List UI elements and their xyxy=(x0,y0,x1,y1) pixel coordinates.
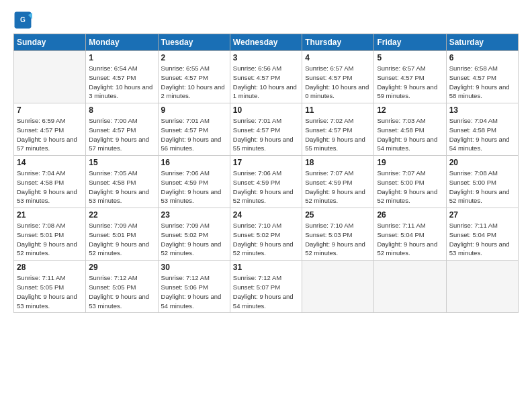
day-number: 26 xyxy=(377,210,443,220)
day-header-sunday: Sunday xyxy=(14,34,86,51)
calendar-cell: 24Sunrise: 7:10 AM Sunset: 5:02 PM Dayli… xyxy=(230,208,302,261)
day-number: 20 xyxy=(449,158,515,167)
calendar-cell: 20Sunrise: 7:08 AM Sunset: 5:00 PM Dayli… xyxy=(446,156,518,208)
day-info: Sunrise: 7:11 AM Sunset: 5:04 PM Dayligh… xyxy=(377,221,443,258)
calendar-cell xyxy=(374,261,446,313)
calendar-cell: 11Sunrise: 7:02 AM Sunset: 4:57 PM Dayli… xyxy=(302,103,374,156)
calendar-week-2: 14Sunrise: 7:04 AM Sunset: 4:58 PM Dayli… xyxy=(14,156,519,208)
calendar-cell: 8Sunrise: 7:00 AM Sunset: 4:57 PM Daylig… xyxy=(86,103,158,156)
calendar-cell: 14Sunrise: 7:04 AM Sunset: 4:58 PM Dayli… xyxy=(14,156,86,208)
day-info: Sunrise: 7:12 AM Sunset: 5:05 PM Dayligh… xyxy=(89,273,154,310)
day-info: Sunrise: 7:08 AM Sunset: 5:01 PM Dayligh… xyxy=(17,221,83,258)
day-number: 13 xyxy=(449,105,515,115)
day-info: Sunrise: 7:04 AM Sunset: 4:58 PM Dayligh… xyxy=(17,169,83,205)
day-info: Sunrise: 7:06 AM Sunset: 4:59 PM Dayligh… xyxy=(233,169,299,205)
day-number: 27 xyxy=(449,210,515,220)
calendar-header-row: SundayMondayTuesdayWednesdayThursdayFrid… xyxy=(14,34,519,51)
day-info: Sunrise: 7:07 AM Sunset: 4:59 PM Dayligh… xyxy=(305,169,371,205)
calendar-cell: 28Sunrise: 7:11 AM Sunset: 5:05 PM Dayli… xyxy=(14,261,86,313)
calendar-cell: 22Sunrise: 7:09 AM Sunset: 5:01 PM Dayli… xyxy=(86,208,158,261)
day-number: 19 xyxy=(377,158,443,167)
day-info: Sunrise: 7:10 AM Sunset: 5:02 PM Dayligh… xyxy=(233,221,299,258)
calendar-week-0: 1Sunrise: 6:54 AM Sunset: 4:57 PM Daylig… xyxy=(14,51,519,103)
calendar-cell: 2Sunrise: 6:55 AM Sunset: 4:57 PM Daylig… xyxy=(158,51,230,103)
day-info: Sunrise: 7:12 AM Sunset: 5:06 PM Dayligh… xyxy=(161,273,227,310)
calendar-cell: 26Sunrise: 7:11 AM Sunset: 5:04 PM Dayli… xyxy=(374,208,446,261)
day-number: 21 xyxy=(17,210,83,220)
calendar-cell: 4Sunrise: 6:57 AM Sunset: 4:57 PM Daylig… xyxy=(302,51,374,103)
day-info: Sunrise: 7:09 AM Sunset: 5:01 PM Dayligh… xyxy=(89,221,154,258)
calendar-cell: 7Sunrise: 6:59 AM Sunset: 4:57 PM Daylig… xyxy=(14,103,86,156)
day-info: Sunrise: 6:54 AM Sunset: 4:57 PM Dayligh… xyxy=(89,64,154,101)
day-number: 8 xyxy=(89,105,154,115)
calendar-cell: 5Sunrise: 6:57 AM Sunset: 4:57 PM Daylig… xyxy=(374,51,446,103)
calendar-cell xyxy=(302,261,374,313)
calendar-cell: 17Sunrise: 7:06 AM Sunset: 4:59 PM Dayli… xyxy=(230,156,302,208)
calendar-cell: 21Sunrise: 7:08 AM Sunset: 5:01 PM Dayli… xyxy=(14,208,86,261)
day-info: Sunrise: 6:59 AM Sunset: 4:57 PM Dayligh… xyxy=(17,116,83,153)
calendar-cell: 15Sunrise: 7:05 AM Sunset: 4:58 PM Dayli… xyxy=(86,156,158,208)
svg-text:G: G xyxy=(20,16,26,24)
day-number: 14 xyxy=(17,158,83,167)
day-header-monday: Monday xyxy=(86,34,158,51)
day-number: 5 xyxy=(377,53,443,62)
day-number: 29 xyxy=(89,263,154,272)
day-info: Sunrise: 7:09 AM Sunset: 5:02 PM Dayligh… xyxy=(161,221,227,258)
day-header-friday: Friday xyxy=(374,34,446,51)
calendar-cell: 30Sunrise: 7:12 AM Sunset: 5:06 PM Dayli… xyxy=(158,261,230,313)
day-info: Sunrise: 7:11 AM Sunset: 5:05 PM Dayligh… xyxy=(17,273,83,310)
calendar-cell: 31Sunrise: 7:12 AM Sunset: 5:07 PM Dayli… xyxy=(230,261,302,313)
day-number: 31 xyxy=(233,263,299,272)
page: G SundayMondayTuesdayWednesdayThursdayFr… xyxy=(0,0,532,411)
calendar-cell: 9Sunrise: 7:01 AM Sunset: 4:57 PM Daylig… xyxy=(158,103,230,156)
calendar-cell: 25Sunrise: 7:10 AM Sunset: 5:03 PM Dayli… xyxy=(302,208,374,261)
day-number: 16 xyxy=(161,158,227,167)
day-info: Sunrise: 7:12 AM Sunset: 5:07 PM Dayligh… xyxy=(233,273,299,310)
day-number: 17 xyxy=(233,158,299,167)
calendar-cell: 3Sunrise: 6:56 AM Sunset: 4:57 PM Daylig… xyxy=(230,51,302,103)
day-number: 12 xyxy=(377,105,443,115)
day-info: Sunrise: 7:05 AM Sunset: 4:58 PM Dayligh… xyxy=(89,169,154,205)
calendar-week-4: 28Sunrise: 7:11 AM Sunset: 5:05 PM Dayli… xyxy=(14,261,519,313)
day-info: Sunrise: 6:57 AM Sunset: 4:57 PM Dayligh… xyxy=(377,64,443,101)
day-number: 2 xyxy=(161,53,227,62)
day-number: 23 xyxy=(161,210,227,220)
day-header-wednesday: Wednesday xyxy=(230,34,302,51)
day-number: 9 xyxy=(161,105,227,115)
calendar-cell xyxy=(14,51,86,103)
day-info: Sunrise: 7:04 AM Sunset: 4:58 PM Dayligh… xyxy=(449,116,515,153)
day-info: Sunrise: 6:56 AM Sunset: 4:57 PM Dayligh… xyxy=(233,64,299,101)
calendar-table: SundayMondayTuesdayWednesdayThursdayFrid… xyxy=(13,34,519,313)
day-number: 7 xyxy=(17,105,83,115)
day-info: Sunrise: 6:57 AM Sunset: 4:57 PM Dayligh… xyxy=(305,64,371,101)
day-info: Sunrise: 7:00 AM Sunset: 4:57 PM Dayligh… xyxy=(89,116,154,153)
day-number: 10 xyxy=(233,105,299,115)
calendar-cell: 29Sunrise: 7:12 AM Sunset: 5:05 PM Dayli… xyxy=(86,261,158,313)
day-info: Sunrise: 7:08 AM Sunset: 5:00 PM Dayligh… xyxy=(449,169,515,205)
calendar-cell: 23Sunrise: 7:09 AM Sunset: 5:02 PM Dayli… xyxy=(158,208,230,261)
day-number: 6 xyxy=(449,53,515,62)
day-header-saturday: Saturday xyxy=(446,34,518,51)
calendar-cell xyxy=(446,261,518,313)
day-number: 15 xyxy=(89,158,154,167)
day-number: 22 xyxy=(89,210,154,220)
day-number: 1 xyxy=(89,53,154,62)
calendar-cell: 18Sunrise: 7:07 AM Sunset: 4:59 PM Dayli… xyxy=(302,156,374,208)
day-info: Sunrise: 7:07 AM Sunset: 5:00 PM Dayligh… xyxy=(377,169,443,205)
calendar-cell: 10Sunrise: 7:01 AM Sunset: 4:57 PM Dayli… xyxy=(230,103,302,156)
calendar-cell: 19Sunrise: 7:07 AM Sunset: 5:00 PM Dayli… xyxy=(374,156,446,208)
calendar-cell: 1Sunrise: 6:54 AM Sunset: 4:57 PM Daylig… xyxy=(86,51,158,103)
day-info: Sunrise: 6:58 AM Sunset: 4:57 PM Dayligh… xyxy=(449,64,515,101)
day-info: Sunrise: 7:01 AM Sunset: 4:57 PM Dayligh… xyxy=(233,116,299,153)
day-info: Sunrise: 7:06 AM Sunset: 4:59 PM Dayligh… xyxy=(161,169,227,205)
header: G xyxy=(13,11,519,30)
day-number: 3 xyxy=(233,53,299,62)
day-number: 25 xyxy=(305,210,371,220)
calendar-cell: 6Sunrise: 6:58 AM Sunset: 4:57 PM Daylig… xyxy=(446,51,518,103)
calendar-cell: 16Sunrise: 7:06 AM Sunset: 4:59 PM Dayli… xyxy=(158,156,230,208)
day-info: Sunrise: 7:10 AM Sunset: 5:03 PM Dayligh… xyxy=(305,221,371,258)
calendar-cell: 27Sunrise: 7:11 AM Sunset: 5:04 PM Dayli… xyxy=(446,208,518,261)
day-info: Sunrise: 6:55 AM Sunset: 4:57 PM Dayligh… xyxy=(161,64,227,101)
day-number: 4 xyxy=(305,53,371,62)
day-info: Sunrise: 7:02 AM Sunset: 4:57 PM Dayligh… xyxy=(305,116,371,153)
